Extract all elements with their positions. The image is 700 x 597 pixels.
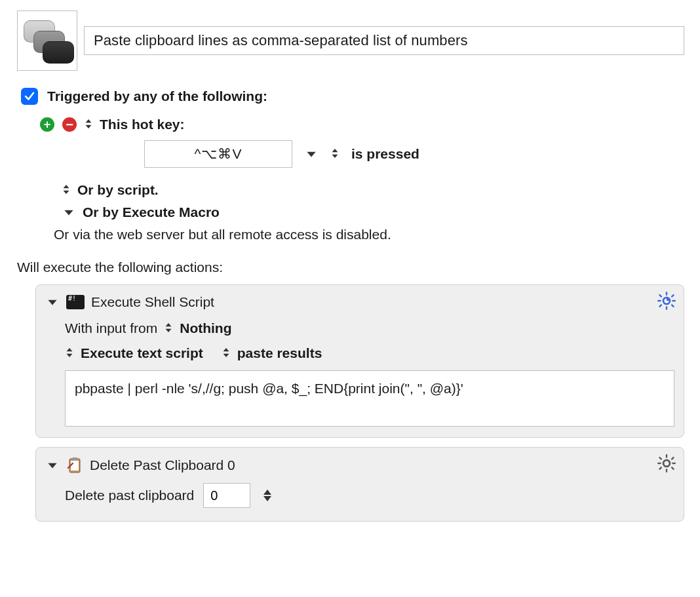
delete-clipboard-label: Delete past clipboard — [65, 488, 194, 503]
svg-rect-14 — [666, 469, 667, 472]
svg-point-12 — [663, 460, 670, 467]
input-source-select[interactable] — [164, 320, 173, 336]
svg-rect-3 — [657, 300, 661, 301]
svg-rect-2 — [666, 306, 667, 310]
hotkey-label: This hot key: — [100, 117, 185, 132]
or-execute-macro-disclosure[interactable] — [62, 205, 76, 220]
hotkey-input[interactable]: ^⌥⌘V — [144, 140, 292, 168]
action-disclosure[interactable] — [45, 295, 60, 309]
hotkey-condition: is pressed — [351, 146, 419, 162]
triggered-label: Triggered by any of the following: — [47, 88, 267, 104]
macro-icon[interactable] — [17, 10, 77, 71]
script-textarea[interactable]: pbpaste | perl -nle 's/,//g; push @a, $_… — [65, 370, 674, 427]
or-script-label: Or by script. — [77, 182, 159, 198]
or-script-select[interactable] — [62, 182, 71, 198]
action-title: Delete Past Clipboard 0 — [90, 457, 235, 473]
clipboard-index-input[interactable] — [203, 483, 250, 508]
script-mode: Execute text script — [81, 345, 203, 361]
action-execute-shell-script[interactable]: Execute Shell Script With input from — [35, 284, 684, 438]
svg-rect-10 — [71, 461, 79, 471]
hotkey-menu[interactable] — [304, 147, 319, 161]
macro-title-input[interactable] — [84, 26, 684, 55]
hotkey-condition-select[interactable] — [330, 146, 340, 162]
trigger-type-selector[interactable] — [84, 117, 93, 132]
terminal-icon — [66, 295, 85, 309]
hotkey-display: ^⌥⌘V — [195, 146, 243, 162]
clipboard-index-stepper[interactable] — [260, 483, 275, 508]
add-trigger-button[interactable]: + — [39, 117, 55, 132]
input-from-label: With input from — [65, 320, 157, 336]
svg-rect-18 — [671, 467, 674, 471]
output-mode-select[interactable] — [222, 345, 231, 361]
enable-checkbox[interactable] — [21, 88, 38, 105]
svg-rect-13 — [666, 454, 667, 458]
output-mode: paste results — [237, 345, 322, 361]
svg-rect-17 — [659, 457, 663, 461]
svg-rect-20 — [671, 457, 674, 461]
will-execute-label: Will execute the following actions: — [17, 260, 684, 275]
svg-rect-5 — [659, 294, 663, 298]
svg-rect-8 — [671, 294, 674, 298]
svg-rect-16 — [672, 463, 676, 464]
script-mode-select[interactable] — [65, 345, 74, 361]
svg-rect-4 — [672, 300, 676, 301]
svg-rect-1 — [666, 292, 667, 296]
svg-rect-6 — [671, 304, 674, 308]
action-gear-icon[interactable] — [657, 292, 676, 313]
remove-trigger-button[interactable]: − — [62, 117, 77, 132]
or-execute-macro-label: Or by Execute Macro — [83, 204, 220, 220]
clipboard-icon — [66, 457, 83, 474]
input-source: Nothing — [180, 320, 231, 336]
svg-rect-11 — [72, 457, 77, 461]
action-delete-past-clipboard[interactable]: Delete Past Clipboard 0 Delete past clip… — [35, 447, 684, 522]
action-gear-icon[interactable] — [657, 454, 676, 476]
web-server-label: Or via the web server but all remote acc… — [54, 227, 684, 242]
action-disclosure[interactable] — [45, 458, 60, 472]
svg-rect-19 — [659, 467, 663, 471]
svg-rect-7 — [659, 304, 663, 308]
svg-rect-15 — [657, 463, 661, 464]
action-title: Execute Shell Script — [91, 294, 214, 310]
